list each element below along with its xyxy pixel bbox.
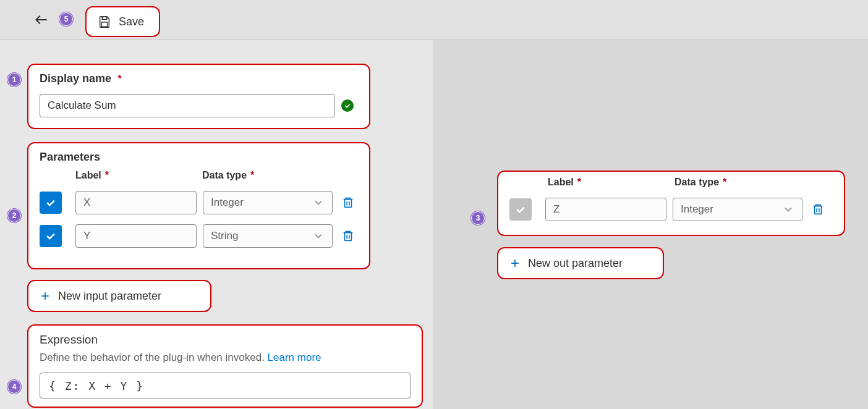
new-input-parameter-label: New input parameter: [58, 290, 161, 303]
out-param-label-input[interactable]: [545, 198, 666, 221]
chevron-down-icon: [312, 196, 325, 209]
param-header-type: Data type: [202, 170, 247, 180]
param-label-input[interactable]: [75, 224, 197, 248]
expression-section: Expression Define the behavior of the pl…: [27, 324, 423, 408]
svg-rect-1: [102, 17, 106, 20]
out-param-row: Integer: [509, 198, 833, 221]
delete-param-button[interactable]: [341, 229, 355, 243]
svg-rect-9: [815, 206, 822, 214]
callout-3: 3: [471, 211, 485, 225]
parameters-headers: Label* Data type*: [40, 170, 358, 181]
save-icon: [98, 15, 111, 28]
svg-rect-6: [345, 233, 352, 241]
callout-4: 4: [7, 380, 21, 394]
plus-icon: +: [511, 256, 519, 271]
param-checkbox[interactable]: [40, 192, 62, 214]
callout-2: 2: [7, 209, 21, 222]
out-param-type-select[interactable]: Integer: [673, 198, 802, 221]
param-type-select[interactable]: Integer: [203, 191, 333, 214]
arrow-left-icon: [33, 12, 49, 28]
param-row: String: [40, 224, 358, 248]
delete-out-param-button[interactable]: [811, 203, 825, 216]
new-out-parameter-label: New out parameter: [528, 257, 623, 270]
out-param-checkbox[interactable]: [509, 198, 532, 221]
save-button[interactable]: Save: [85, 6, 160, 37]
out-header-label: Label: [548, 177, 574, 187]
learn-more-link[interactable]: Learn more: [268, 352, 321, 363]
check-circle-icon: [341, 99, 354, 112]
out-parameters-headers: Label* Data type*: [509, 177, 833, 188]
new-out-parameter-button[interactable]: + New out parameter: [497, 247, 664, 279]
trash-icon: [341, 229, 355, 243]
trash-icon: [811, 203, 825, 216]
display-name-input[interactable]: [40, 94, 335, 117]
display-name-section: Display name *: [27, 64, 370, 129]
chevron-down-icon: [312, 230, 325, 242]
back-button[interactable]: [33, 12, 49, 28]
callout-5: 5: [59, 12, 73, 26]
out-header-type: Data type: [674, 177, 719, 187]
input-parameters-section: Parameters Label* Data type* Integer Str…: [27, 142, 370, 269]
display-name-label-row: Display name *: [40, 72, 358, 85]
expression-title: Expression: [40, 333, 411, 347]
expression-description: Define the behavior of the plug-in when …: [40, 352, 411, 364]
param-header-label: Label: [75, 170, 101, 180]
plus-icon: +: [41, 289, 49, 303]
chevron-down-icon: [782, 203, 794, 216]
output-parameters-section: Label* Data type* Integer: [497, 171, 845, 236]
required-indicator: *: [118, 74, 122, 84]
expression-input[interactable]: { Z: X + Y }: [40, 373, 411, 398]
delete-param-button[interactable]: [341, 196, 355, 209]
save-button-label: Save: [119, 15, 144, 28]
new-input-parameter-button[interactable]: + New input parameter: [27, 280, 211, 312]
param-row: Integer: [40, 191, 358, 214]
display-name-label: Display name: [40, 72, 111, 85]
parameters-title: Parameters: [40, 151, 358, 164]
svg-rect-2: [101, 22, 107, 27]
param-label-input[interactable]: [75, 191, 197, 214]
param-type-select[interactable]: String: [203, 224, 333, 248]
svg-rect-3: [345, 200, 352, 208]
param-checkbox[interactable]: [40, 225, 62, 247]
trash-icon: [341, 196, 355, 209]
callout-1: 1: [7, 73, 21, 86]
